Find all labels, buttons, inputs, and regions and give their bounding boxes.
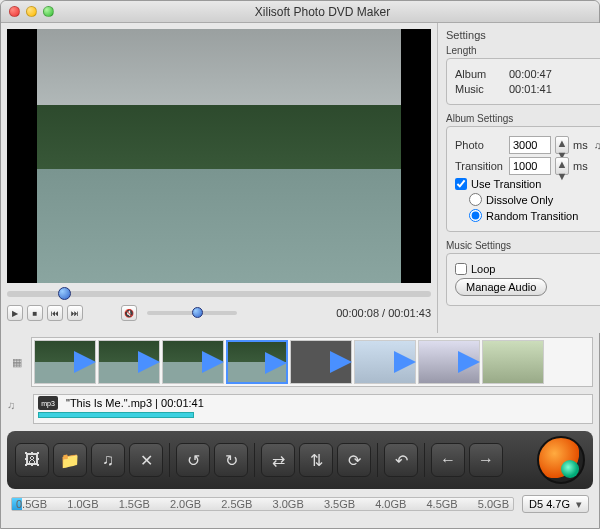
use-transition-checkbox[interactable] bbox=[455, 178, 467, 190]
music-length-value: 00:01:41 bbox=[509, 83, 552, 95]
transition-icon[interactable] bbox=[265, 352, 287, 374]
refresh-button[interactable]: ⟳ bbox=[337, 443, 371, 477]
loop-checkbox[interactable] bbox=[455, 263, 467, 275]
volume-slider[interactable] bbox=[147, 311, 237, 315]
tick: 2.5GB bbox=[221, 498, 252, 510]
minimize-icon[interactable] bbox=[26, 6, 37, 17]
thumbnail[interactable] bbox=[482, 340, 544, 384]
add-folder-button[interactable]: 📁 bbox=[53, 443, 87, 477]
random-radio[interactable] bbox=[469, 209, 482, 222]
photo-unit: ms bbox=[573, 139, 588, 151]
thumbnail[interactable] bbox=[354, 340, 416, 384]
tick: 1.0GB bbox=[67, 498, 98, 510]
video-preview[interactable] bbox=[7, 29, 431, 283]
loop-label: Loop bbox=[471, 263, 495, 275]
audio-track-box[interactable]: mp3 "This Is Me.".mp3 | 00:01:41 bbox=[33, 394, 593, 424]
toolbar-divider bbox=[254, 443, 255, 477]
app-window: Xilisoft Photo DVD Maker ▶ ■ ⏮ ⏭ 🔇 00:00… bbox=[0, 0, 600, 529]
photo-ms-label: Photo bbox=[455, 139, 505, 151]
dissolve-radio[interactable] bbox=[469, 193, 482, 206]
tick: 0.5GB bbox=[16, 498, 47, 510]
transition-icon[interactable] bbox=[330, 351, 352, 373]
manage-audio-button[interactable]: Manage Audio bbox=[455, 278, 547, 296]
thumbnail[interactable] bbox=[162, 340, 224, 384]
playback-controls: ▶ ■ ⏮ ⏭ 🔇 00:00:08 / 00:01:43 bbox=[7, 305, 431, 321]
stop-button[interactable]: ■ bbox=[27, 305, 43, 321]
thumbnail[interactable] bbox=[34, 340, 96, 384]
move-right-button[interactable]: → bbox=[469, 443, 503, 477]
tick: 3.5GB bbox=[324, 498, 355, 510]
dvd-type-select[interactable]: D5 4.7G bbox=[522, 495, 589, 513]
thumbnail[interactable] bbox=[226, 340, 288, 384]
thumbnail[interactable] bbox=[418, 340, 480, 384]
main-toolbar: 🖼 📁 ♫ ✕ ↺ ↻ ⇄ ⇅ ⟳ ↶ ← → bbox=[7, 431, 593, 489]
add-music-button[interactable]: ♫ bbox=[91, 443, 125, 477]
play-button[interactable]: ▶ bbox=[7, 305, 23, 321]
add-photo-button[interactable]: 🖼 bbox=[15, 443, 49, 477]
music-note-icon[interactable]: ♫ bbox=[592, 139, 600, 151]
undo-button[interactable]: ↶ bbox=[384, 443, 418, 477]
music-settings-label: Music Settings bbox=[446, 238, 600, 253]
album-length-value: 00:00:47 bbox=[509, 68, 552, 80]
sort-button[interactable]: ⇅ bbox=[299, 443, 333, 477]
mute-button[interactable]: 🔇 bbox=[121, 305, 137, 321]
tick: 5.0GB bbox=[478, 498, 509, 510]
dvd-size-bar-row: 0.5GB 1.0GB 1.5GB 2.0GB 2.5GB 3.0GB 3.5G… bbox=[1, 493, 599, 515]
tick: 4.5GB bbox=[427, 498, 458, 510]
transition-ms-input[interactable] bbox=[509, 157, 551, 175]
thumbnail[interactable] bbox=[98, 340, 160, 384]
preview-pane: ▶ ■ ⏮ ⏭ 🔇 00:00:08 / 00:01:43 bbox=[1, 23, 437, 333]
thumbnail-strip[interactable] bbox=[31, 337, 593, 387]
tick: 3.0GB bbox=[273, 498, 304, 510]
length-group: Album00:00:47 Music00:01:41 bbox=[446, 58, 600, 105]
audio-row: ♫ mp3 "This Is Me.".mp3 | 00:01:41 bbox=[1, 391, 599, 427]
transition-ms-label: Transition bbox=[455, 160, 505, 172]
music-settings-group: Loop Manage Audio bbox=[446, 253, 600, 306]
next-button[interactable]: ⏭ bbox=[67, 305, 83, 321]
thumbnail[interactable] bbox=[290, 340, 352, 384]
delete-button[interactable]: ✕ bbox=[129, 443, 163, 477]
transition-icon[interactable] bbox=[458, 351, 480, 373]
tick: 4.0GB bbox=[375, 498, 406, 510]
rotate-cw-button[interactable]: ↻ bbox=[214, 443, 248, 477]
seek-knob[interactable] bbox=[58, 287, 71, 300]
album-settings-group: Photo ▲▼ ms ♫ Transition ▲▼ ms Use Trans… bbox=[446, 126, 600, 232]
dvd-size-meter: 0.5GB 1.0GB 1.5GB 2.0GB 2.5GB 3.0GB 3.5G… bbox=[11, 497, 514, 511]
transition-stepper[interactable]: ▲▼ bbox=[555, 157, 569, 175]
playback-time: 00:00:08 / 00:01:43 bbox=[336, 307, 431, 319]
rotate-ccw-button[interactable]: ↺ bbox=[176, 443, 210, 477]
audio-track-label: "This Is Me.".mp3 | 00:01:41 bbox=[66, 397, 204, 409]
audio-track-icon[interactable]: ♫ bbox=[7, 399, 27, 419]
photo-ms-input[interactable] bbox=[509, 136, 551, 154]
burn-dvd-button[interactable] bbox=[537, 436, 585, 484]
seek-slider[interactable] bbox=[7, 291, 431, 297]
dvd-size-ticks: 0.5GB 1.0GB 1.5GB 2.0GB 2.5GB 3.0GB 3.5G… bbox=[12, 498, 513, 510]
music-length-label: Music bbox=[455, 83, 505, 95]
settings-header: Settings bbox=[446, 27, 600, 43]
photo-strip-row: ▦ bbox=[1, 333, 599, 391]
album-settings-label: Album Settings bbox=[446, 111, 600, 126]
transition-icon[interactable] bbox=[138, 351, 160, 373]
photos-icon[interactable]: ▦ bbox=[7, 352, 27, 372]
photo-stepper[interactable]: ▲▼ bbox=[555, 136, 569, 154]
titlebar: Xilisoft Photo DVD Maker bbox=[1, 1, 599, 23]
window-title: Xilisoft Photo DVD Maker bbox=[54, 5, 591, 19]
audio-progress bbox=[38, 412, 194, 418]
transition-icon[interactable] bbox=[74, 351, 96, 373]
transition-icon[interactable] bbox=[394, 351, 416, 373]
shuffle-button[interactable]: ⇄ bbox=[261, 443, 295, 477]
move-left-button[interactable]: ← bbox=[431, 443, 465, 477]
zoom-icon[interactable] bbox=[43, 6, 54, 17]
tick: 1.5GB bbox=[119, 498, 150, 510]
settings-panel: Settings Length Album00:00:47 Music00:01… bbox=[437, 23, 600, 333]
prev-button[interactable]: ⏮ bbox=[47, 305, 63, 321]
tick: 2.0GB bbox=[170, 498, 201, 510]
use-transition-label: Use Transition bbox=[471, 178, 541, 190]
close-icon[interactable] bbox=[9, 6, 20, 17]
album-length-label: Album bbox=[455, 68, 505, 80]
random-label: Random Transition bbox=[486, 210, 578, 222]
volume-knob[interactable] bbox=[192, 307, 203, 318]
toolbar-divider bbox=[169, 443, 170, 477]
transition-unit: ms bbox=[573, 160, 588, 172]
transition-icon[interactable] bbox=[202, 351, 224, 373]
